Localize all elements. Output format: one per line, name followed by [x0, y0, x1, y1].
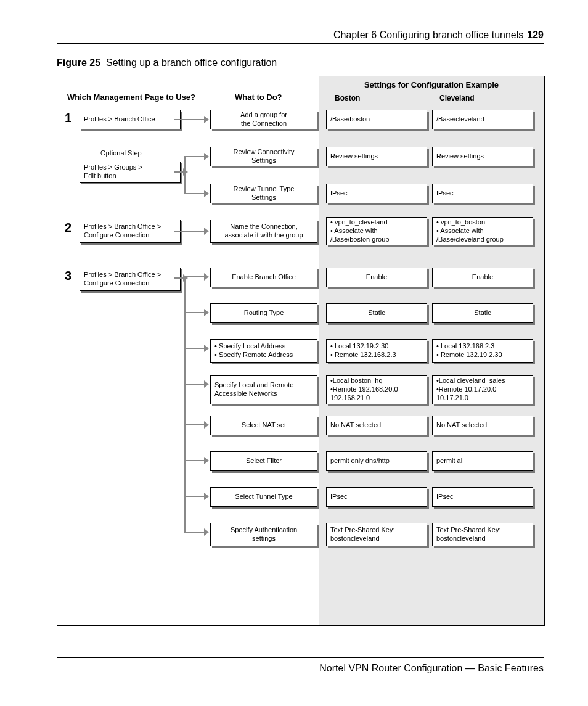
flow-box: • vpn_to_cleveland • Associate with /Bas…: [326, 217, 427, 245]
flow-box: IPsec: [326, 184, 427, 203]
page-number: 129: [527, 30, 544, 41]
flow-box: Review settings: [432, 147, 533, 166]
col-what: What to Do?: [235, 92, 282, 102]
page-footer: Nortel VPN Router Configuration — Basic …: [57, 657, 544, 674]
flow-box: Select Tunnel Type: [210, 487, 317, 507]
flow-box: • Local 132.168.2.3 • Remote 132.19.2.30: [432, 339, 533, 363]
flow-box: permit only dns/http: [326, 451, 427, 471]
flow-box: Text Pre-Shared Key: bostoncleveland: [326, 523, 427, 546]
figure-title: Figure 25 Setting up a branch office con…: [57, 57, 544, 68]
flow-box: • Local 132.19.2.30 • Remote 132.168.2.3: [326, 339, 427, 363]
flow-box: IPsec: [326, 487, 427, 507]
figure-label: Figure 25: [57, 57, 100, 68]
flow-box: Review Connectivity Settings: [210, 147, 317, 166]
flow-box: Profiles > Branch Office: [80, 110, 181, 129]
flow-box: Review settings: [326, 147, 427, 166]
flow-box: Profiles > Branch Office > Configure Con…: [80, 220, 181, 243]
chapter-title: Chapter 6 Configuring branch office tunn…: [333, 30, 523, 41]
step-number: 3: [65, 269, 71, 283]
optional-step-label: Optional Step: [100, 149, 142, 157]
flow-box: IPsec: [432, 487, 533, 507]
flow-box: permit all: [432, 451, 533, 471]
flow-box: •Local cleveland_sales •Remote 10.17.20.…: [432, 375, 533, 404]
flow-box: Add a group for the Connection: [210, 110, 317, 129]
flow-box: Specify Local and Remote Accessible Netw…: [210, 375, 317, 404]
flow-box: Specify Authentication settings: [210, 523, 317, 546]
flow-box: No NAT selected: [432, 416, 533, 435]
col-mgmt: Which Management Page to Use?: [67, 92, 195, 102]
flow-box: Routing Type: [210, 303, 317, 323]
flow-box: IPsec: [432, 184, 533, 203]
flow-box: Static: [432, 303, 533, 323]
flow-box: Enable Branch Office: [210, 268, 317, 287]
flow-box: • Specify Local Address • Specify Remote…: [210, 339, 317, 363]
flow-box: Select NAT set: [210, 416, 317, 435]
step-number: 1: [65, 111, 71, 125]
flow-box: Enable: [432, 268, 533, 287]
flow-box: Select Filter: [210, 451, 317, 471]
flow-box: Profiles > Branch Office > Configure Con…: [80, 268, 181, 291]
col-boston: Boston: [335, 94, 360, 102]
flow-box: Text Pre-Shared Key: bostoncleveland: [432, 523, 533, 546]
flow-box: • vpn_to_boston • Associate with /Base/c…: [432, 217, 533, 245]
page-header: Chapter 6 Configuring branch office tunn…: [57, 30, 544, 44]
flow-box: Review Tunnel Type Settings: [210, 184, 317, 203]
flow-box: Static: [326, 303, 427, 323]
figure-caption: Setting up a branch office configuration: [106, 57, 277, 68]
flow-box: Enable: [326, 268, 427, 287]
step-number: 2: [65, 221, 71, 235]
footer-text: Nortel VPN Router Configuration — Basic …: [319, 663, 544, 673]
flow-box: /Base/boston: [326, 110, 427, 129]
flow-box: No NAT selected: [326, 416, 427, 435]
flow-box: Profiles > Groups > Edit button: [80, 162, 181, 183]
flow-box: /Base/cleveland: [432, 110, 533, 129]
settings-heading: Settings for Configuration Example: [319, 80, 544, 89]
flow-box: Name the Connection, associate it with t…: [210, 220, 317, 243]
figure-diagram: Settings for Configuration Example Bosto…: [57, 76, 545, 626]
flow-box: •Local boston_hq •Remote 192.168.20.0 19…: [326, 375, 427, 404]
col-cleveland: Cleveland: [439, 94, 475, 102]
